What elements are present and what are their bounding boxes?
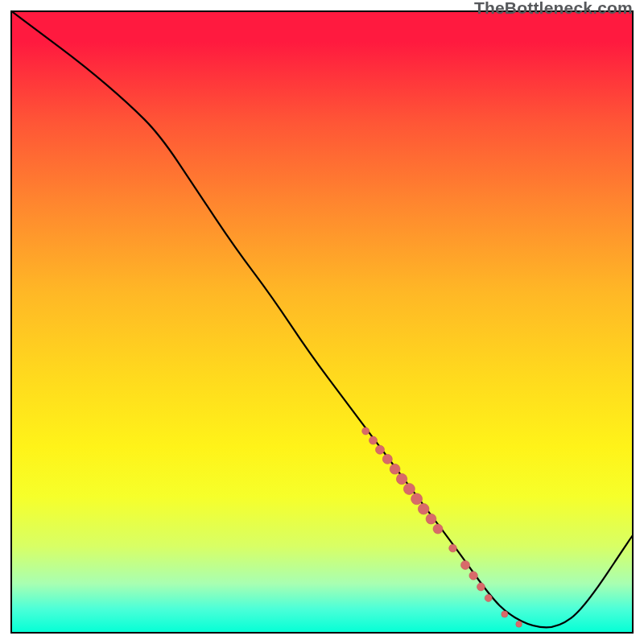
chart-container: TheBottleneck.com bbox=[0, 0, 644, 644]
plot-gradient-background bbox=[10, 10, 634, 634]
watermark-text: TheBottleneck.com bbox=[474, 0, 633, 18]
